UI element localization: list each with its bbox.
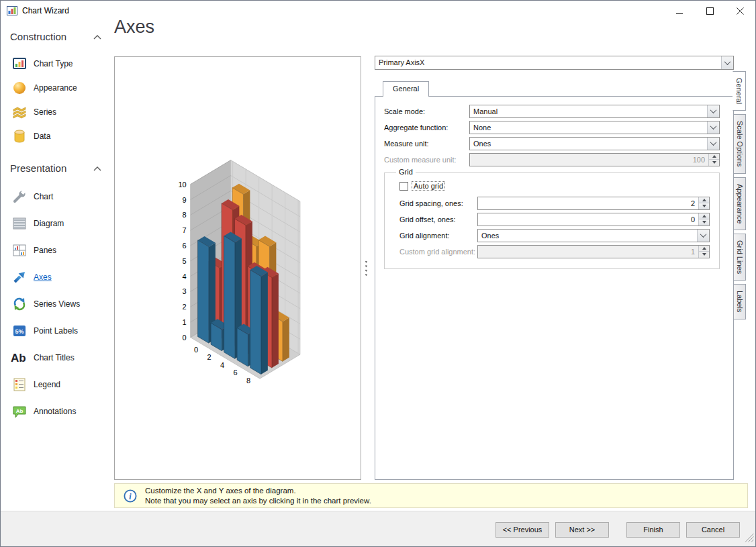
svg-text:4: 4 [220, 361, 224, 369]
sidebar-item-series[interactable]: Series [1, 100, 113, 124]
sidebar-item-label: Series [34, 107, 56, 117]
sidebar-item-label: Chart [34, 192, 53, 201]
axis-selector-value: Primary AxisX [375, 56, 721, 69]
appearance-icon [11, 81, 28, 95]
svg-text:4: 4 [183, 272, 187, 281]
vtab-scale-options[interactable]: Scale Options [733, 114, 746, 173]
vtab-grid-lines[interactable]: Grid Lines [733, 234, 746, 281]
sidebar-item-panes[interactable]: Panes [1, 237, 113, 264]
panes-icon [11, 243, 28, 258]
chart-preview[interactable]: 01234567891002468 [114, 56, 361, 480]
series-views-icon [11, 297, 28, 311]
data-icon [11, 129, 28, 144]
maximize-icon [706, 7, 714, 15]
app-icon [7, 5, 17, 16]
grid-spacing-label: Grid spacing, ones: [399, 199, 477, 207]
sidebar-item-point-labels[interactable]: 5% Point Labels [1, 317, 113, 344]
auto-grid-checkbox[interactable] [399, 182, 408, 191]
window-title: Chart Wizard [22, 6, 69, 15]
svg-text:2: 2 [207, 353, 211, 361]
sidebar-item-annotations[interactable]: Ab Annotations [1, 398, 113, 425]
general-page: Scale mode: Manual Aggregate function: N… [375, 96, 734, 480]
section-presentation[interactable]: Presentation [1, 148, 113, 183]
spinner-buttons[interactable] [698, 213, 709, 226]
cancel-button[interactable]: Cancel [686, 522, 740, 538]
grid-offset-label: Grid offset, ones: [399, 215, 477, 223]
svg-text:6: 6 [233, 368, 237, 377]
chart-type-icon [11, 56, 28, 71]
resize-grip[interactable] [745, 533, 754, 545]
sidebar-item-chart-type[interactable]: Chart Type [1, 52, 113, 76]
sidebar-item-label: Point Labels [34, 326, 78, 336]
previous-button[interactable]: << Previous [495, 522, 549, 538]
sidebar-item-series-views[interactable]: Series Views [1, 291, 113, 317]
sidebar: Construction Chart Type Appearance Se [1, 21, 113, 511]
sidebar-item-label: Appearance [34, 83, 77, 93]
footer: << Previous Next >> Finish Cancel [1, 511, 755, 546]
grid-alignment-select[interactable]: Ones [477, 229, 710, 242]
sidebar-item-chart[interactable]: Chart [1, 183, 113, 210]
grid-offset-input[interactable]: 0 [477, 213, 710, 226]
svg-text:1: 1 [183, 318, 187, 326]
custom-measure-unit-value: 100 [470, 154, 708, 166]
sidebar-item-label: Legend [34, 380, 60, 389]
splitter-handle[interactable] [365, 260, 368, 277]
minimize-button[interactable] [665, 1, 695, 21]
grid-spacing-input[interactable]: 2 [477, 197, 710, 210]
diagram-icon [11, 216, 28, 231]
sidebar-item-appearance[interactable]: Appearance [1, 76, 113, 100]
chart-wizard-window: Chart Wizard Construction Chart Type [0, 0, 756, 547]
svg-text:0: 0 [183, 334, 187, 342]
svg-text:3: 3 [183, 287, 187, 295]
sidebar-item-chart-titles[interactable]: Ab Chart Titles [1, 344, 113, 371]
point-labels-icon: 5% [11, 324, 28, 338]
aggregate-function-select[interactable]: None [469, 121, 720, 134]
legend-icon [11, 377, 28, 392]
close-icon [737, 7, 744, 15]
section-construction[interactable]: Construction [1, 21, 113, 52]
chevron-down-icon [707, 138, 719, 150]
info-bar: i Customize the X and Y axes of the diag… [114, 483, 748, 508]
sidebar-item-axes[interactable]: Axes [1, 264, 113, 291]
vtab-general[interactable]: General [733, 71, 746, 111]
tab-general[interactable]: General [383, 81, 429, 97]
sidebar-item-label: Panes [34, 246, 56, 255]
grid-spacing-value: 2 [478, 197, 698, 209]
sidebar-item-label: Series Views [34, 299, 80, 309]
finish-button[interactable]: Finish [626, 522, 680, 538]
svg-text:6: 6 [183, 242, 187, 250]
chevron-up-icon [93, 166, 101, 171]
sidebar-item-diagram[interactable]: Diagram [1, 210, 113, 237]
grid-group: Grid Auto grid Grid spacing, ones: 2 Gri… [384, 172, 720, 269]
custom-grid-alignment-label: Custom grid alignment: [399, 248, 477, 256]
wrench-icon [11, 189, 28, 204]
measure-unit-value: Ones [470, 138, 707, 150]
measure-unit-label: Measure unit: [384, 140, 469, 148]
settings-panel: General Scale mode: Manual Aggregate fun… [375, 81, 734, 480]
sidebar-item-label: Axes [34, 272, 52, 282]
info-icon: i [124, 489, 137, 503]
info-line-2: Note that you may select an axis by clic… [145, 496, 371, 506]
axis-selector[interactable]: Primary AxisX [375, 56, 734, 70]
minimize-icon [676, 7, 683, 15]
scale-mode-select[interactable]: Manual [469, 105, 720, 118]
close-button[interactable] [725, 1, 755, 21]
sidebar-item-label: Diagram [34, 219, 64, 228]
grid-alignment-label: Grid alignment: [399, 232, 477, 240]
scale-mode-label: Scale mode: [384, 107, 469, 115]
sidebar-item-label: Annotations [34, 407, 76, 416]
svg-text:8: 8 [183, 211, 187, 219]
measure-unit-select[interactable]: Ones [469, 137, 720, 150]
spinner-buttons[interactable] [698, 197, 709, 209]
vtab-labels[interactable]: Labels [733, 284, 746, 319]
axes-icon [11, 270, 28, 285]
next-button[interactable]: Next >> [555, 522, 609, 538]
sidebar-item-legend[interactable]: Legend [1, 371, 113, 398]
series-icon [11, 105, 28, 119]
vtab-appearance[interactable]: Appearance [733, 177, 746, 230]
sidebar-item-data[interactable]: Data [1, 124, 113, 148]
chevron-down-icon [707, 121, 719, 134]
maximize-button[interactable] [695, 1, 725, 21]
sidebar-item-label: Chart Titles [34, 353, 75, 362]
svg-text:Ab: Ab [11, 352, 26, 364]
